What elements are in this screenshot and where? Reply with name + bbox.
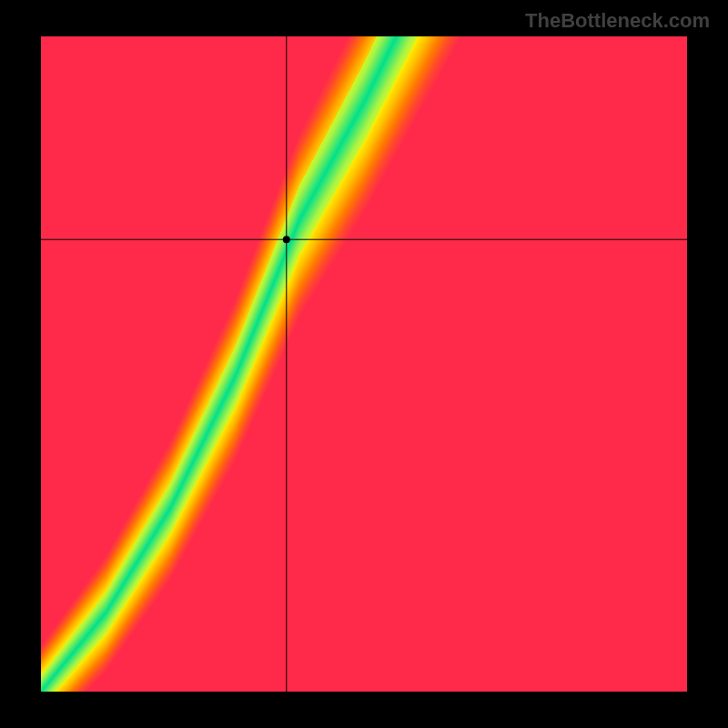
watermark-text: TheBottleneck.com: [525, 9, 710, 33]
bottleneck-heatmap: [0, 0, 728, 728]
